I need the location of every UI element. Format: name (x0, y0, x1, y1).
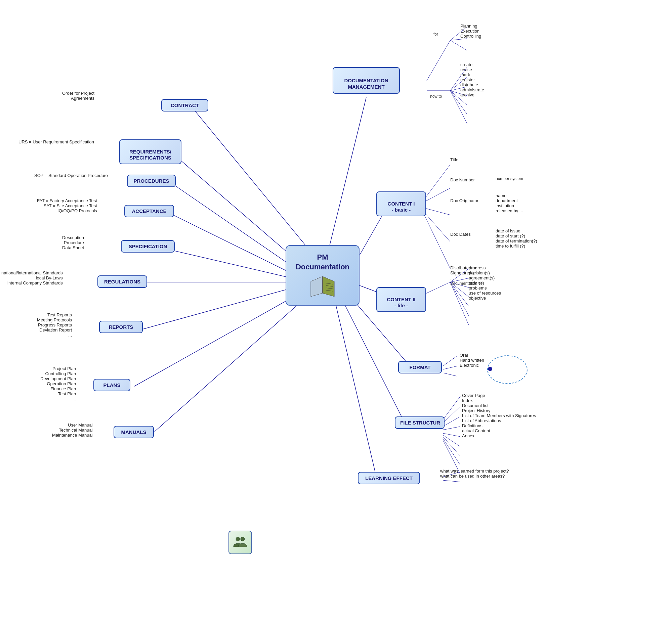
contract-node[interactable]: CONTRACT (161, 99, 208, 111)
svg-point-61 (236, 537, 240, 541)
svg-line-47 (443, 433, 460, 437)
doc-for-label: for (433, 32, 438, 37)
svg-line-29 (425, 208, 450, 215)
svg-line-30 (425, 213, 450, 242)
content1-dates-items: date of issue date of start (?) date of … (496, 229, 537, 248)
content1-numbersystem-label: number system (496, 176, 523, 181)
content1-node[interactable]: CONTENT I - basic - (376, 192, 426, 216)
doc-howto-items: create revise mark register distribute a… (460, 62, 484, 97)
svg-line-43 (443, 396, 460, 420)
plans-node[interactable]: PLANS (93, 379, 130, 391)
format-decoration (487, 355, 528, 384)
svg-line-7 (134, 296, 296, 386)
center-line1: PM (317, 253, 328, 261)
svg-line-41 (443, 366, 457, 370)
svg-line-8 (155, 301, 302, 431)
doc-for-items: Planning Execution Controlling (460, 24, 481, 39)
manuals-labels: User Manual Technical Manual Maintenance… (52, 422, 93, 438)
procedures-node[interactable]: PROCEDURES (127, 175, 176, 187)
acceptance-labels: FAT = Factory Acceptance Test SAT = Site… (37, 198, 97, 213)
svg-line-39 (450, 282, 469, 325)
plans-labels: Project Plan Controlling Plan Developmen… (40, 366, 76, 401)
content1-dates-label: Doc Dates (450, 232, 471, 237)
svg-line-15 (427, 40, 450, 80)
svg-line-42 (443, 373, 457, 376)
doc-howto-label: how to (430, 94, 442, 99)
file-structure-node[interactable]: FILE STRUCTUR (395, 416, 444, 429)
svg-line-13 (343, 301, 403, 420)
format-items: Oral Hand written Electronic (460, 353, 484, 368)
content2-items: progress decision(s) agreement(s) order(… (469, 265, 501, 301)
content1-title-label: Title (450, 157, 458, 162)
format-dot (488, 367, 492, 371)
svg-line-31 (425, 217, 450, 269)
manuals-node[interactable]: MANUALS (113, 426, 154, 438)
contract-label-1: Order for Project Agreements (62, 91, 94, 101)
acceptance-node[interactable]: ACCEPTANCE (124, 205, 174, 217)
svg-line-28 (425, 188, 450, 202)
svg-line-4 (165, 248, 287, 277)
specification-node[interactable]: SPECIFICATION (121, 240, 175, 252)
svg-line-49 (443, 437, 460, 456)
content1-originator-label: Doc Originator (450, 198, 478, 203)
learning-items: what was learned form this project? what… (440, 469, 509, 479)
regulations-node[interactable]: REGULATIONS (97, 275, 147, 288)
svg-marker-55 (311, 276, 323, 297)
svg-line-53 (443, 480, 460, 482)
svg-line-0 (195, 111, 319, 262)
reports-node[interactable]: REPORTS (99, 321, 143, 333)
svg-line-3 (170, 213, 289, 272)
svg-line-46 (443, 426, 460, 430)
svg-line-1 (168, 149, 302, 265)
svg-line-38 (450, 282, 469, 316)
small-icon-node (229, 531, 252, 554)
file-items: Cover Page Index Document list Project H… (462, 393, 536, 438)
small-icon (232, 534, 249, 551)
svg-line-40 (443, 356, 457, 366)
doc-management-node[interactable]: DOCUMENTATION MANAGEMENT (333, 67, 400, 94)
requirements-label-1: URS = User Requirement Specification (19, 139, 94, 144)
svg-line-2 (171, 183, 296, 269)
learning-effect-node[interactable]: LEARNING EFFECT (358, 472, 420, 484)
requirements-node[interactable]: REQUIREMENTS/ SPECIFICATIONS (119, 139, 181, 164)
svg-line-45 (443, 416, 460, 426)
svg-line-27 (425, 165, 450, 198)
svg-line-17 (450, 39, 467, 40)
content2-node[interactable]: CONTENT II - life - (376, 287, 426, 312)
specification-labels: Description Procedure Data Sheet (62, 235, 84, 250)
svg-line-44 (443, 406, 460, 423)
book-icon (309, 275, 336, 298)
regulations-labels: national/international Standards local B… (1, 270, 63, 285)
center-node: PM Documentation (285, 245, 360, 306)
format-node[interactable]: FORMAT (398, 361, 442, 374)
svg-line-50 (443, 438, 460, 465)
svg-line-18 (450, 40, 467, 50)
svg-line-6 (143, 289, 289, 329)
svg-line-48 (443, 435, 460, 447)
reports-labels: Test Reports Meeting Protocols Progress … (37, 312, 72, 338)
center-title: PM Documentation (296, 252, 349, 272)
svg-line-32 (425, 282, 450, 294)
center-line2: Documentation (296, 263, 349, 271)
content1-docnumber-label: Doc Number (450, 177, 475, 182)
svg-line-14 (336, 306, 376, 477)
procedures-label-1: SOP = Standard Operation Procedure (34, 173, 108, 178)
content1-originator-items: name department institution released by … (496, 193, 523, 213)
svg-line-9 (329, 97, 366, 247)
svg-point-62 (241, 537, 245, 541)
